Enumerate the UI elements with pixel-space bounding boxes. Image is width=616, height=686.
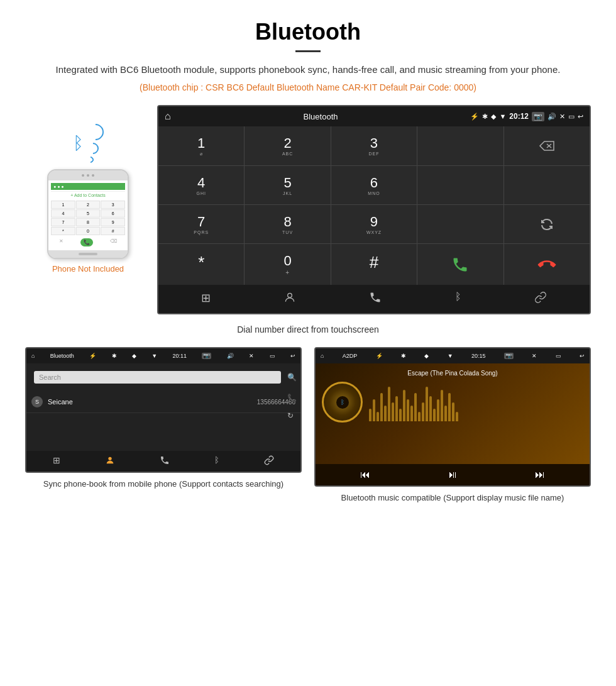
phonebook-home-icon: ⌂ (31, 353, 35, 359)
nav-bluetooth-icon[interactable]: ᛒ (455, 291, 461, 307)
music-win-icon: ▭ (556, 353, 561, 359)
contact-letter: S (31, 396, 43, 407)
phonebook-wifi-icon: ▼ (151, 353, 157, 359)
music-next-button[interactable]: ⏭ (535, 469, 545, 480)
specs-text: (Bluetooth chip : CSR BC6 Default Blueto… (25, 82, 591, 92)
time-display: 20:12 (509, 112, 529, 121)
phone-key-8: 8 (76, 218, 101, 226)
window-icon[interactable]: ▭ (568, 113, 575, 121)
phonebook-screen-title: Bluetooth (50, 353, 74, 359)
wave-small (85, 155, 94, 164)
phone-dot (82, 174, 84, 177)
eq-bar (441, 390, 443, 421)
dial-key-3[interactable]: 3DEF (331, 126, 417, 165)
music-equalizer (369, 384, 583, 421)
pb-nav-grid[interactable]: ⊞ (53, 455, 60, 467)
music-play-pause-button[interactable]: ⏯ (448, 469, 458, 480)
phone-key-2: 2 (76, 201, 101, 209)
dial-key-7[interactable]: 7PQRS (158, 205, 244, 243)
phone-dot (87, 174, 89, 177)
phone-key-hash: # (101, 227, 125, 235)
phone-add-contact: + Add to Contacts (51, 191, 125, 199)
phonebook-search-area: Search 🔍 (26, 363, 300, 391)
eq-bar (418, 412, 421, 421)
eq-bar (377, 412, 379, 421)
phone-keypad: 1 2 3 4 5 6 7 8 9 * 0 # (51, 201, 125, 235)
phonebook-cam-icon: 📷 (202, 353, 211, 359)
dial-key-6[interactable]: 6MNO (331, 166, 417, 204)
phonebook-bottom-nav: ⊞ ᛒ (26, 451, 300, 472)
phone-key-star: * (51, 227, 75, 235)
music-screenshot-item: ⌂ A2DP ⚡ ✱ ◆ ▼ 20:15 📷 ✕ ▭ ↩ Escap (314, 347, 591, 504)
music-cam-icon: 📷 (504, 353, 514, 359)
bottom-nav-bar: ⊞ ᛒ (158, 285, 590, 313)
camera-icon[interactable]: 📷 (532, 112, 544, 121)
dial-key-2[interactable]: 2ABC (245, 126, 330, 165)
phonebook-caption-text: Sync phone-book from mobile phone (Suppo… (43, 479, 283, 489)
music-wifi-icon: ▼ (448, 353, 453, 359)
pb-nav-contacts[interactable] (105, 455, 115, 467)
close-icon[interactable]: ✕ (559, 113, 565, 121)
pb-nav-bt[interactable]: ᛒ (214, 455, 219, 467)
pb-nav-link[interactable] (264, 455, 274, 467)
main-caption: Dial number direct from touchscreen (25, 324, 591, 335)
dial-key-star[interactable]: * (158, 244, 244, 285)
eq-bar (384, 406, 387, 421)
phonebook-side-reload-icon[interactable]: ↻ (287, 411, 297, 420)
dial-key-call-green[interactable] (417, 244, 503, 285)
music-prev-button[interactable]: ⏮ (360, 469, 370, 480)
description-text: Integrated with BC6 Bluetooth module, su… (25, 62, 591, 77)
wifi-icon: ▼ (499, 113, 506, 120)
dial-key-empty-1 (417, 126, 503, 165)
phonebook-entry-seicane[interactable]: S Seicane 13566664466 (26, 391, 300, 413)
dial-key-5[interactable]: 5JKL (245, 166, 330, 204)
home-icon[interactable]: ⌂ (165, 111, 171, 122)
bluetooth-icon-large: ᛒ (73, 133, 84, 153)
phone-mockup: ● ● ● + Add to Contacts 1 2 3 4 5 6 7 8 … (47, 169, 129, 259)
phone-header: ● ● ● (51, 183, 125, 190)
phonebook-search-input[interactable]: Search (34, 371, 281, 384)
dial-key-0[interactable]: 0+ (245, 244, 330, 285)
pb-nav-phone[interactable] (160, 455, 170, 467)
eq-bar (444, 406, 447, 421)
dial-key-hash[interactable]: # (331, 244, 417, 285)
music-time: 20:15 (471, 353, 486, 359)
main-status-bar: ⌂ Bluetooth ⚡ ✱ ◆ ▼ 20:12 📷 🔊 ✕ ▭ ↩ (158, 106, 590, 126)
svg-point-2 (288, 293, 292, 297)
music-status-bar: ⌂ A2DP ⚡ ✱ ◆ ▼ 20:15 📷 ✕ ▭ ↩ (316, 348, 590, 363)
dial-key-8[interactable]: 8TUV (245, 205, 330, 243)
dial-key-1[interactable]: 1⌀ (158, 126, 244, 165)
dialpad-grid: 1⌀ 2ABC 3DEF 4GHI 5JKL 6MNO (158, 126, 590, 285)
music-bt-icon: ✱ (401, 353, 406, 359)
nav-contacts-icon[interactable] (283, 291, 296, 307)
phone-illustration: ᛒ ● ● ● + Add to Contacts 1 (25, 105, 151, 274)
eq-bar (422, 402, 424, 421)
phonebook-win-icon: ▭ (270, 353, 275, 359)
nav-link-icon[interactable] (534, 291, 547, 307)
nav-phone-icon[interactable] (369, 291, 382, 307)
nav-grid-icon[interactable]: ⊞ (201, 291, 211, 307)
dial-key-4[interactable]: 4GHI (158, 166, 244, 204)
phonebook-side-call-icon[interactable]: 📞 (287, 394, 297, 402)
back-icon[interactable]: ↩ (578, 113, 583, 121)
eq-bar (395, 396, 398, 421)
music-controls: ⏮ ⏯ ⏭ (316, 464, 590, 485)
phonebook-search-icon[interactable]: 🔍 (287, 373, 297, 382)
dial-key-call-red[interactable] (504, 244, 590, 285)
music-disc: ᛒ (322, 382, 363, 423)
phonebook-caption: Sync phone-book from mobile phone (Suppo… (43, 478, 283, 490)
eq-bar (373, 399, 375, 421)
dial-key-reload[interactable] (504, 205, 590, 243)
title-divider (295, 50, 321, 52)
dial-key-backspace[interactable] (504, 126, 590, 165)
volume-icon[interactable]: 🔊 (547, 113, 556, 121)
eq-bar (410, 406, 413, 421)
bt-status-icon: ✱ (482, 113, 488, 121)
music-song-title: Escape (The Pina Colada Song) (407, 370, 497, 377)
music-close-icon: ✕ (532, 353, 537, 359)
eq-bar (429, 396, 432, 421)
phonebook-side-icons: 📞 ↻ (287, 391, 297, 423)
dial-key-9[interactable]: 9WXYZ (331, 205, 417, 243)
music-screen: ⌂ A2DP ⚡ ✱ ◆ ▼ 20:15 📷 ✕ ▭ ↩ Escap (314, 347, 591, 487)
status-bar-left: ⌂ (165, 111, 171, 122)
